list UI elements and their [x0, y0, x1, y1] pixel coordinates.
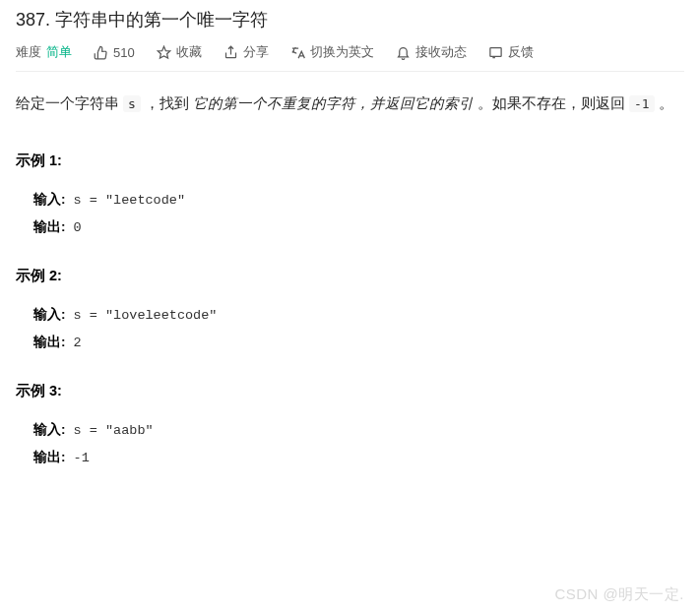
problem-header: 387. 字符串中的第一个唯一字符 难度 简单 510 收藏 分享: [0, 0, 700, 71]
example-body: 输入: s = "loveleetcode" 输出: 2: [16, 301, 684, 356]
svg-rect-1: [490, 47, 501, 56]
star-icon: [157, 45, 171, 60]
share-icon: [223, 45, 238, 60]
notifications-button[interactable]: 接收动态: [396, 43, 467, 61]
example-1: 示例 1: 输入: s = "leetcode" 输出: 0: [16, 152, 684, 241]
problem-description: 给定一个字符串 s ，找到 它的第一个不重复的字符，并返回它的索引 。如果不存在…: [16, 90, 684, 118]
like-button[interactable]: 510: [94, 45, 135, 60]
example-title: 示例 2:: [16, 267, 684, 285]
share-label: 分享: [243, 43, 269, 61]
svg-marker-0: [158, 46, 170, 58]
difficulty-value: 简单: [46, 43, 72, 61]
example-title: 示例 1:: [16, 152, 684, 170]
switch-language-button[interactable]: 切换为英文: [290, 43, 374, 61]
watermark: CSDN @明天一定.: [554, 585, 684, 604]
example-output: 输出: 0: [33, 214, 684, 241]
like-count: 510: [113, 45, 135, 60]
feedback-label: 反馈: [508, 43, 534, 61]
example-output: 输出: 2: [33, 329, 684, 356]
share-button[interactable]: 分享: [223, 43, 269, 61]
example-input: 输入: s = "leetcode": [33, 186, 684, 214]
switch-language-label: 切换为英文: [310, 43, 374, 61]
example-input: 输入: s = "loveleetcode": [33, 301, 684, 329]
problem-content: 给定一个字符串 s ，找到 它的第一个不重复的字符，并返回它的索引 。如果不存在…: [0, 72, 700, 471]
favorite-button[interactable]: 收藏: [157, 43, 202, 61]
example-body: 输入: s = "aabb" 输出: -1: [16, 416, 684, 471]
code-inline: s: [123, 95, 141, 112]
favorite-label: 收藏: [176, 43, 202, 61]
meta-row: 难度 简单 510 收藏 分享 切换为英文: [16, 43, 684, 71]
code-inline: -1: [629, 95, 655, 112]
example-input: 输入: s = "aabb": [33, 416, 684, 444]
problem-title: 387. 字符串中的第一个唯一字符: [16, 8, 684, 31]
example-body: 输入: s = "leetcode" 输出: 0: [16, 186, 684, 241]
difficulty: 难度 简单: [16, 43, 72, 61]
notifications-label: 接收动态: [415, 43, 467, 61]
bell-icon: [396, 45, 411, 60]
thumbs-up-icon: [94, 45, 108, 60]
example-3: 示例 3: 输入: s = "aabb" 输出: -1: [16, 382, 684, 471]
feedback-icon: [488, 45, 503, 60]
feedback-button[interactable]: 反馈: [488, 43, 534, 61]
example-output: 输出: -1: [33, 444, 684, 471]
difficulty-label: 难度: [16, 43, 41, 61]
example-2: 示例 2: 输入: s = "loveleetcode" 输出: 2: [16, 267, 684, 356]
translate-icon: [290, 45, 305, 60]
example-title: 示例 3:: [16, 382, 684, 400]
